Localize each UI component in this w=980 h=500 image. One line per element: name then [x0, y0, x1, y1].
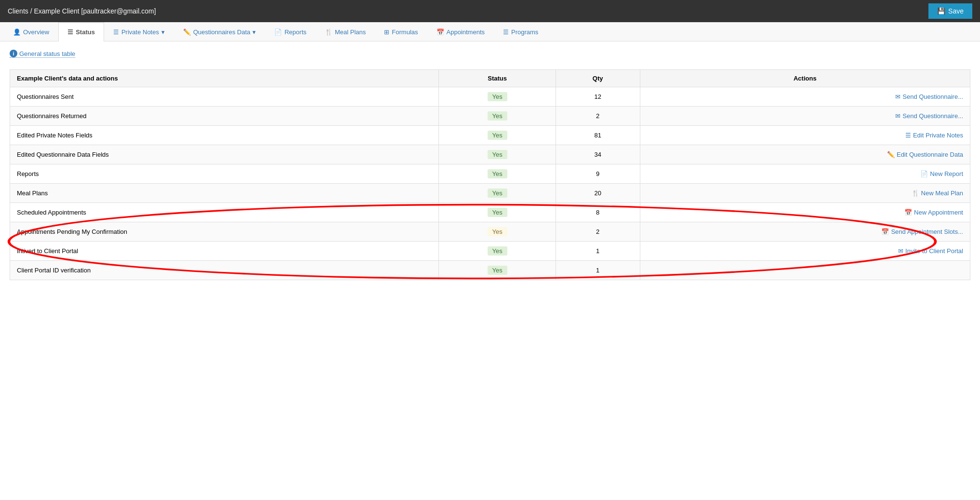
row-action: ✉Invite to Client Portal — [640, 242, 970, 261]
row-action: ☰Edit Private Notes — [640, 126, 970, 145]
meal-plans-icon: 🍴 — [325, 28, 332, 36]
action-label: New Report — [930, 170, 963, 177]
row-action: 📅New Appointment — [640, 203, 970, 222]
row-action: 🍴New Meal Plan — [640, 184, 970, 203]
action-label: Send Questionnaire... — [902, 93, 963, 100]
breadcrumb: Clients / Example Client [paultracker@gm… — [8, 7, 156, 15]
row-qty: 81 — [556, 126, 640, 145]
row-status: Yes — [439, 145, 556, 164]
tab-questionnaires[interactable]: ✏️ Questionnaires Data ▾ — [174, 22, 265, 41]
row-qty: 9 — [556, 164, 640, 184]
row-label: Client Portal ID verification — [10, 261, 439, 280]
table-wrapper: Example Client's data and actions Status… — [10, 69, 970, 280]
table-row: Appointments Pending My ConfirmationYes2… — [10, 222, 970, 242]
action-link[interactable]: ✉Send Questionnaire... — [895, 112, 963, 120]
action-icon: ✉ — [895, 112, 901, 120]
row-status: Yes — [439, 107, 556, 126]
row-action: ✏️Edit Questionnaire Data — [640, 145, 970, 164]
action-icon: ☰ — [905, 132, 911, 139]
info-icon: i — [10, 50, 17, 57]
action-link[interactable]: 📅New Appointment — [904, 209, 963, 216]
table-row: Questionnaires SentYes12✉Send Questionna… — [10, 87, 970, 107]
row-action: 📄New Report — [640, 164, 970, 184]
row-status: Yes — [439, 242, 556, 261]
action-label: New Appointment — [914, 209, 963, 216]
tab-appointments[interactable]: 📅 Appointments — [427, 22, 494, 41]
action-icon: 📅 — [904, 209, 912, 216]
row-status: Yes — [439, 87, 556, 107]
table-row: Questionnaires ReturnedYes2✉Send Questio… — [10, 107, 970, 126]
action-label: New Meal Plan — [921, 189, 963, 197]
tab-formulas[interactable]: ⊞ Formulas — [375, 22, 427, 41]
action-label: Edit Questionnaire Data — [897, 151, 963, 158]
action-icon: 📅 — [881, 228, 889, 235]
save-button[interactable]: 💾 Save — [928, 3, 972, 19]
row-qty: 2 — [556, 222, 640, 242]
action-link[interactable]: ✉Send Questionnaire... — [895, 93, 963, 100]
table-row: Edited Questionnaire Data FieldsYes34✏️E… — [10, 145, 970, 164]
row-status: Yes — [439, 261, 556, 280]
action-link[interactable]: 📅Send Appointment Slots... — [881, 228, 963, 235]
action-label: Send Questionnaire... — [902, 112, 963, 120]
row-action: 📅Send Appointment Slots... — [640, 222, 970, 242]
top-bar: Clients / Example Client [paultracker@gm… — [0, 0, 980, 22]
tab-programs[interactable]: ☰ Programs — [494, 22, 547, 41]
row-action: ✉Send Questionnaire... — [640, 87, 970, 107]
action-label: Edit Private Notes — [913, 132, 963, 139]
reports-icon: 📄 — [274, 28, 282, 36]
tab-meal-plans[interactable]: 🍴 Meal Plans — [316, 22, 375, 41]
questionnaires-icon: ✏️ — [183, 28, 191, 36]
appointments-icon: 📅 — [437, 28, 444, 36]
row-label: Questionnaires Returned — [10, 107, 439, 126]
general-status-link[interactable]: i General status table — [10, 50, 75, 58]
row-status: Yes — [439, 184, 556, 203]
table-row: Client Portal ID verificationYes1 — [10, 261, 970, 280]
table-row: Scheduled AppointmentsYes8📅New Appointme… — [10, 203, 970, 222]
row-qty: 20 — [556, 184, 640, 203]
col-header-actions: Actions — [640, 70, 970, 87]
action-link[interactable]: 📄New Report — [920, 170, 963, 177]
tab-reports[interactable]: 📄 Reports — [265, 22, 316, 41]
row-action: ✉Send Questionnaire... — [640, 107, 970, 126]
action-icon: 🍴 — [912, 189, 919, 197]
row-qty: 1 — [556, 261, 640, 280]
table-row: ReportsYes9📄New Report — [10, 164, 970, 184]
tab-private-notes[interactable]: ☰ Private Notes ▾ — [104, 22, 174, 41]
tab-overview[interactable]: 👤 Overview — [4, 22, 58, 41]
row-action — [640, 261, 970, 280]
table-row: Edited Private Notes FieldsYes81☰Edit Pr… — [10, 126, 970, 145]
tab-status[interactable]: ☰ Status — [58, 22, 104, 41]
row-qty: 1 — [556, 242, 640, 261]
status-table: Example Client's data and actions Status… — [10, 69, 970, 280]
status-icon: ☰ — [67, 28, 73, 36]
col-header-status: Status — [439, 70, 556, 87]
dropdown-arrow-icon: ▾ — [161, 28, 165, 36]
row-label: Questionnaires Sent — [10, 87, 439, 107]
action-link[interactable]: 🍴New Meal Plan — [912, 189, 963, 197]
row-status: Yes — [439, 164, 556, 184]
main-content: i General status table Example Client's … — [0, 41, 980, 288]
action-icon: ✉ — [895, 93, 901, 100]
row-label: Edited Private Notes Fields — [10, 126, 439, 145]
row-label: Appointments Pending My Confirmation — [10, 222, 439, 242]
action-icon: ✏️ — [887, 151, 895, 158]
row-qty: 8 — [556, 203, 640, 222]
col-header-qty: Qty — [556, 70, 640, 87]
action-link[interactable]: ☰Edit Private Notes — [905, 132, 963, 139]
formulas-icon: ⊞ — [384, 28, 389, 36]
row-qty: 34 — [556, 145, 640, 164]
private-notes-icon: ☰ — [113, 28, 119, 36]
row-label: Intived to Client Portal — [10, 242, 439, 261]
programs-icon: ☰ — [503, 28, 509, 36]
action-link[interactable]: ✏️Edit Questionnaire Data — [887, 151, 963, 158]
action-label: Send Appointment Slots... — [891, 228, 963, 235]
overview-icon: 👤 — [13, 28, 21, 36]
row-qty: 12 — [556, 87, 640, 107]
col-header-data: Example Client's data and actions — [10, 70, 439, 87]
dropdown-arrow-icon: ▾ — [252, 28, 256, 36]
action-link[interactable]: ✉Invite to Client Portal — [898, 247, 963, 255]
row-qty: 2 — [556, 107, 640, 126]
table-row: Intived to Client PortalYes1✉Invite to C… — [10, 242, 970, 261]
table-row: Meal PlansYes20🍴New Meal Plan — [10, 184, 970, 203]
row-status: Yes — [439, 126, 556, 145]
